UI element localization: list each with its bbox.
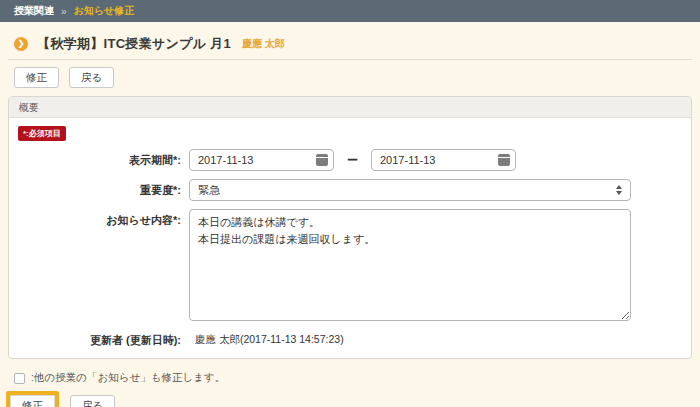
content-textarea[interactable]: 本日の講義は休講です。 本日提出の課題は来週回収します。	[189, 209, 631, 321]
period-end-input[interactable]	[372, 154, 493, 166]
period-end-field	[371, 149, 516, 171]
instructor-name: 慶應 太郎	[242, 37, 285, 51]
target-highlight: 修正	[6, 391, 59, 407]
breadcrumb-separator: »	[61, 6, 67, 17]
page-title: 【秋学期】ITC授業サンプル 月1	[37, 35, 231, 53]
period-row: 表示期間*: ー	[9, 149, 691, 171]
panel-body: *:必須項目 表示期間*: ー 重要度*: 緊急	[9, 118, 691, 358]
breadcrumb-current: お知らせ修正	[74, 4, 135, 18]
page-header: ❯ 【秋学期】ITC授業サンプル 月1 慶應 太郎	[14, 35, 700, 53]
calendar-icon	[498, 154, 510, 166]
bottom-actions: 修正 戻る	[6, 391, 700, 407]
top-actions: 修正 戻る	[14, 67, 700, 88]
panel-title: 概要	[9, 97, 691, 118]
back-button-top[interactable]: 戻る	[69, 67, 114, 88]
divider	[8, 59, 692, 60]
period-end-calendar-button[interactable]	[493, 150, 515, 170]
apply-other-courses-row: :他の授業の「お知らせ」も修正します。	[14, 371, 700, 385]
importance-selected-value: 緊急	[198, 183, 616, 198]
calendar-icon	[316, 154, 328, 166]
period-start-input[interactable]	[190, 154, 311, 166]
updated-value: 慶應 太郎(2017-11-13 14:57:23)	[189, 333, 344, 348]
period-label: 表示期間*:	[9, 153, 189, 168]
breadcrumb-root[interactable]: 授業関連	[14, 4, 54, 18]
back-button-bottom[interactable]: 戻る	[70, 395, 115, 407]
importance-label: 重要度*:	[9, 183, 189, 198]
updated-label: 更新者 (更新日時):	[9, 333, 189, 348]
content-label: お知らせ内容*:	[9, 209, 189, 228]
apply-other-courses-label[interactable]: :他の授業の「お知らせ」も修正します。	[31, 371, 225, 385]
importance-select[interactable]: 緊急	[189, 179, 631, 201]
summary-panel: 概要 *:必須項目 表示期間*: ー 重要度*: 緊急	[8, 96, 692, 359]
period-start-field	[189, 149, 334, 171]
select-stepper-icon	[616, 185, 622, 195]
modify-button-top[interactable]: 修正	[14, 67, 59, 88]
required-badge: *:必須項目	[18, 126, 66, 141]
updated-row: 更新者 (更新日時): 慶應 太郎(2017-11-13 14:57:23)	[9, 333, 691, 348]
apply-other-courses-checkbox[interactable]	[14, 373, 25, 384]
content-row: お知らせ内容*: 本日の講義は休講です。 本日提出の課題は来週回収します。	[9, 209, 691, 321]
topbar: 授業関連 » お知らせ修正	[0, 0, 700, 22]
importance-row: 重要度*: 緊急	[9, 179, 691, 201]
period-separator: ー	[347, 153, 358, 168]
period-start-calendar-button[interactable]	[311, 150, 333, 170]
modify-button-bottom[interactable]: 修正	[10, 395, 55, 407]
chevron-icon: ❯	[14, 37, 28, 51]
